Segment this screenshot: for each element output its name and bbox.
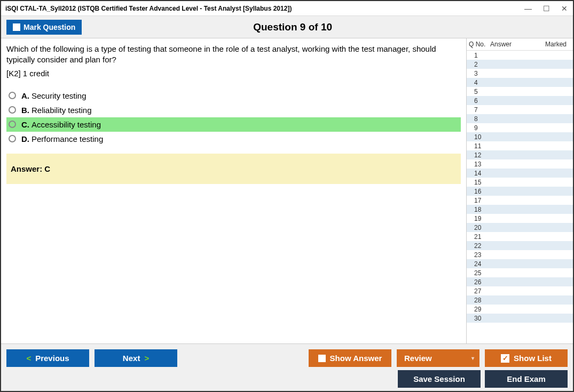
show-answer-button[interactable]: Show Answer (309, 349, 391, 367)
row-number: 13 (469, 161, 490, 168)
show-answer-label: Show Answer (330, 354, 382, 363)
list-item[interactable]: 18 (467, 205, 573, 214)
row-number: 2 (469, 61, 490, 68)
row-number: 12 (469, 151, 490, 159)
question-header: Question 9 of 10 (82, 21, 504, 33)
previous-label: Previous (35, 354, 69, 363)
chevron-right-icon: > (144, 354, 149, 363)
save-session-button[interactable]: Save Session (398, 370, 481, 388)
end-exam-label: End Exam (507, 374, 546, 383)
previous-button[interactable]: < Previous (6, 349, 89, 367)
radio-icon (9, 92, 16, 99)
list-item[interactable]: 8 (467, 114, 573, 123)
list-item[interactable]: 3 (467, 69, 573, 78)
answer-box: Answer: C (6, 154, 461, 184)
option-letter: A. (21, 91, 29, 100)
window-title: iSQI CTAL-TA_Syll2012 (ISTQB Certified T… (5, 5, 524, 12)
row-number: 6 (469, 97, 490, 105)
list-item[interactable]: 10 (467, 132, 573, 141)
row-number: 19 (469, 215, 490, 222)
show-list-label: Show List (514, 354, 552, 363)
list-item[interactable]: 20 (467, 223, 573, 232)
list-item[interactable]: 19 (467, 214, 573, 223)
row-number: 15 (469, 179, 490, 186)
radio-icon (9, 135, 16, 142)
question-list-panel: Q No. Answer Marked 12345678910111213141… (466, 38, 573, 343)
list-item[interactable]: 24 (467, 259, 573, 268)
row-number: 27 (469, 287, 490, 295)
check-icon: ✓ (501, 354, 509, 363)
option-text: Reliability testing (32, 106, 92, 115)
row-number: 24 (469, 260, 490, 268)
mark-question-button[interactable]: Mark Question (6, 20, 82, 35)
maximize-icon[interactable]: ☐ (542, 4, 551, 13)
show-list-button[interactable]: ✓ Show List (485, 349, 568, 367)
list-item[interactable]: 26 (467, 277, 573, 286)
row-number: 4 (469, 79, 490, 86)
list-item[interactable]: 16 (467, 187, 573, 196)
list-item[interactable]: 30 (467, 314, 573, 323)
option-row[interactable]: B. Reliability testing (6, 103, 461, 117)
list-item[interactable]: 1 (467, 51, 573, 60)
footer: < Previous Next > Show Answer Review ▾ ✓… (1, 343, 573, 391)
row-number: 21 (469, 233, 490, 241)
header-qno: Q No. (469, 41, 490, 48)
option-row[interactable]: A. Security testing (6, 89, 461, 103)
list-item[interactable]: 25 (467, 268, 573, 277)
question-credit: [K2] 1 credit (6, 69, 461, 78)
minimize-icon[interactable]: — (524, 4, 532, 13)
row-number: 16 (469, 188, 490, 195)
titlebar: iSQI CTAL-TA_Syll2012 (ISTQB Certified T… (1, 1, 573, 16)
radio-icon (9, 121, 16, 128)
list-item[interactable]: 6 (467, 96, 573, 105)
end-exam-button[interactable]: End Exam (485, 370, 568, 388)
list-item[interactable]: 2 (467, 60, 573, 69)
list-item[interactable]: 23 (467, 250, 573, 259)
list-item[interactable]: 29 (467, 305, 573, 314)
save-session-label: Save Session (413, 374, 465, 383)
list-item[interactable]: 14 (467, 169, 573, 178)
list-item[interactable]: 21 (467, 232, 573, 241)
list-item[interactable]: 28 (467, 295, 573, 305)
list-item[interactable]: 17 (467, 196, 573, 205)
option-text: Performance testing (32, 134, 103, 143)
option-row[interactable]: C. Accessibility testing (6, 117, 461, 132)
list-item[interactable]: 9 (467, 123, 573, 132)
row-number: 7 (469, 106, 490, 114)
next-button[interactable]: Next > (95, 349, 177, 367)
row-number: 28 (469, 297, 490, 304)
row-number: 25 (469, 269, 490, 277)
close-icon[interactable]: ✕ (560, 4, 569, 13)
option-letter: D. (21, 134, 29, 143)
row-number: 29 (469, 306, 490, 313)
question-text: Which of the following is a type of test… (6, 44, 461, 66)
list-item[interactable]: 22 (467, 241, 573, 250)
list-header: Q No. Answer Marked (467, 38, 573, 51)
question-panel: Which of the following is a type of test… (1, 38, 466, 343)
header-answer: Answer (490, 41, 544, 48)
option-row[interactable]: D. Performance testing (6, 132, 461, 146)
review-button[interactable]: Review ▾ (397, 349, 479, 367)
list-item[interactable]: 7 (467, 105, 573, 114)
row-number: 26 (469, 278, 490, 286)
row-number: 22 (469, 242, 490, 250)
list-item[interactable]: 5 (467, 87, 573, 96)
list-item[interactable]: 11 (467, 141, 573, 150)
option-letter: C. (21, 120, 29, 129)
window-controls: — ☐ ✕ (524, 4, 569, 13)
list-item[interactable]: 27 (467, 286, 573, 295)
list-item[interactable]: 12 (467, 150, 573, 159)
question-list[interactable]: 1234567891011121314151617181920212223242… (467, 51, 573, 343)
header-marked: Marked (544, 41, 571, 48)
checkbox-icon (13, 23, 20, 31)
row-number: 8 (469, 115, 490, 123)
list-item[interactable]: 4 (467, 78, 573, 87)
chevron-left-icon: < (26, 354, 31, 363)
list-item[interactable]: 15 (467, 178, 573, 187)
options-list: A. Security testingB. Reliability testin… (6, 89, 461, 146)
footer-row-2: Save Session End Exam (6, 370, 568, 388)
list-item[interactable]: 13 (467, 159, 573, 169)
option-text: Security testing (32, 91, 87, 100)
zoom-controls (6, 373, 13, 385)
row-number: 5 (469, 88, 490, 95)
